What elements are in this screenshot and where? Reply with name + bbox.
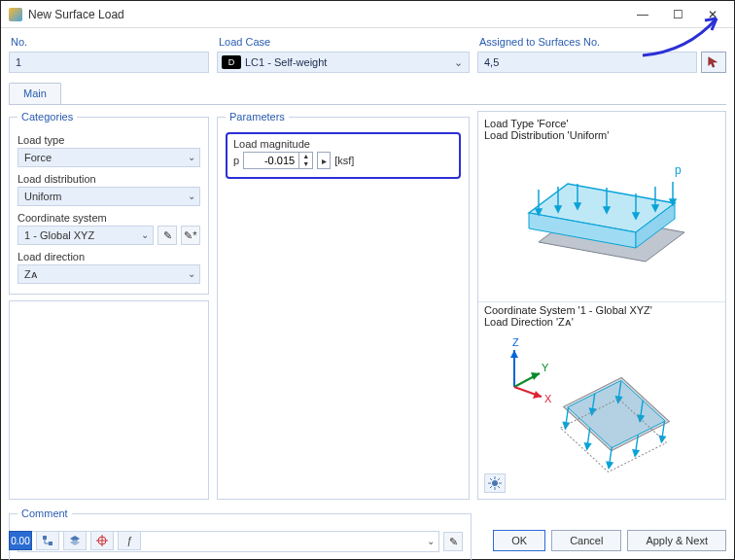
svg-marker-29 [70,540,80,545]
pick-surfaces-button[interactable] [701,52,726,73]
svg-point-25 [492,480,498,486]
svg-marker-15 [563,373,670,454]
loaddist-label: Load distribution [18,173,200,185]
assigned-value: 4,5 [484,56,499,68]
loadtype-label: Load type [18,134,200,146]
function-icon: ƒ [126,536,132,546]
chevron-down-icon: ⌄ [188,152,195,162]
loadcase-tag: D [222,55,241,69]
cancel-button[interactable]: Cancel [551,530,621,551]
axis-y-label: Y [542,362,549,373]
apply-next-button[interactable]: Apply & Next [627,530,726,551]
preview-coord-line: Coordinate System '1 - Global XYZ' [484,304,719,316]
tool-button-5[interactable]: ƒ [118,531,141,550]
preview-settings-button[interactable] [484,473,506,493]
svg-rect-26 [43,536,47,540]
maximize-button[interactable]: ☐ [660,2,695,27]
close-button[interactable]: ✕ [695,2,730,27]
preview-load-diagram: p [484,135,719,299]
loadcase-value: LC1 - Self-weight [245,56,327,68]
chevron-down-icon: ⌄ [454,56,463,69]
preview-loadtype-line: Load Type 'Force' [484,118,719,129]
loadtype-dropdown[interactable]: Force⌄ [18,148,200,167]
magnitude-unit: [ksf] [334,155,354,166]
no-field[interactable]: 1 [9,52,209,73]
parameters-legend: Parameters [226,111,289,122]
dir-dropdown[interactable]: Zᴀ⌄ [18,264,200,284]
gear-icon [488,476,502,490]
parameters-group: Parameters Load magnitude p ▲▼ ▸ [ksf] [217,111,470,500]
chevron-down-icon: ⌄ [188,191,195,201]
tool-button-2[interactable] [36,531,59,550]
titlebar: New Surface Load — ☐ ✕ [1,1,734,28]
loaddist-value: Uniform [24,191,62,202]
coord-label: Coordinate system [18,212,200,224]
magnitude-highlight: Load magnitude p ▲▼ ▸ [ksf] [226,132,461,179]
preview-panel: Load Type 'Force' Load Distribution 'Uni… [477,111,726,500]
categories-group: Categories Load type Force⌄ Load distrib… [9,111,209,295]
dir-value: Zᴀ [24,268,38,281]
tool-button-4[interactable] [90,531,114,550]
svg-rect-27 [49,542,52,545]
minimize-button[interactable]: — [625,2,660,27]
coord-value: 1 - Global XYZ [24,229,94,241]
pick-cursor-icon [707,55,720,69]
units-tool-button[interactable]: 0.00 [9,531,32,550]
assigned-field[interactable]: 4,5 [477,52,697,73]
comment-legend: Comment [18,508,72,519]
loadtype-value: Force [24,152,52,163]
dialog-content: No. 1 Load Case D LC1 - Self-weight ⌄ As… [1,28,734,559]
chevron-down-icon: ⌄ [188,268,195,279]
coord-new-button[interactable]: ✎ [158,226,177,245]
no-label: No. [11,36,209,48]
no-value: 1 [16,56,21,68]
preview-direction-diagram: Z Y X [484,329,719,493]
chevron-down-icon: ⌄ [141,229,149,240]
preview-p-label: p [675,163,682,177]
window-title: New Surface Load [28,8,625,21]
tool-button-3[interactable] [63,531,87,550]
surface-load-dialog: New Surface Load — ☐ ✕ No. 1 Load Case D… [0,0,735,560]
coord-edit-button[interactable]: ✎* [181,226,200,245]
tab-strip: Main [9,83,726,105]
loadcase-label: Load Case [219,36,470,48]
ok-button[interactable]: OK [493,530,545,551]
spin-down-icon[interactable]: ▼ [299,160,312,168]
dir-label: Load direction [18,251,200,262]
preview-dir-line: Load Direction 'Zᴀ' [484,316,719,329]
target-icon [96,535,108,546]
magnitude-step-button[interactable]: ▸ [317,152,331,169]
coord-dropdown[interactable]: 1 - Global XYZ⌄ [18,226,154,245]
tab-main[interactable]: Main [9,83,61,104]
magnitude-symbol: p [233,155,239,166]
header-fields: No. 1 Load Case D LC1 - Self-weight ⌄ As… [9,34,726,73]
tree-icon [42,535,53,546]
magnitude-label: Load magnitude [233,138,453,150]
spin-up-icon[interactable]: ▲ [299,153,312,160]
magnitude-input[interactable] [244,153,298,168]
categories-legend: Categories [18,111,77,122]
app-icon [9,8,22,21]
axis-x-label: X [544,393,552,404]
categories-spare-panel [9,300,209,500]
axis-z-label: Z [512,338,519,348]
loaddist-dropdown[interactable]: Uniform⌄ [18,187,200,206]
layers-icon [69,535,81,546]
loadcase-dropdown[interactable]: D LC1 - Self-weight ⌄ [217,52,470,73]
assigned-label: Assigned to Surfaces No. [479,36,726,48]
magnitude-spinner[interactable]: ▲▼ [243,152,313,169]
dialog-footer: 0.00 ƒ OK Cancel Apply & Next [9,530,726,551]
